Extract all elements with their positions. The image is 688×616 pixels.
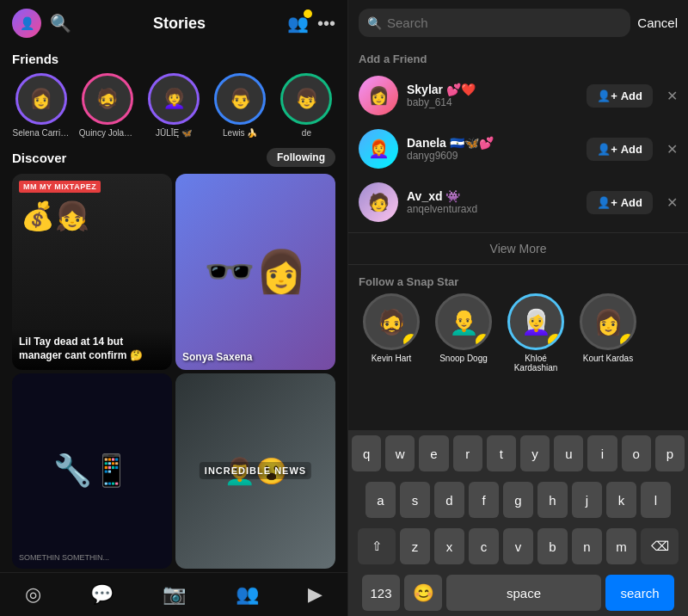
key-l[interactable]: l (641, 482, 671, 518)
suggestion-avatar: 🧑 (359, 182, 398, 222)
right-panel: 🔍 Cancel Add a Friend 👩 Skylar 💕❤️ baby_… (348, 0, 688, 616)
friends-label: Friends (12, 52, 335, 66)
shift-key[interactable]: ⇧ (358, 528, 396, 564)
friend-name: Quincy Jolae 🌶️ (79, 128, 136, 138)
add-label: Add (621, 89, 642, 102)
key-o[interactable]: o (622, 435, 651, 471)
key-m[interactable]: m (606, 528, 636, 564)
list-item[interactable]: 👨 Lewis 🍌 (212, 73, 269, 138)
search-key[interactable]: search (605, 575, 674, 611)
nav-camera-icon[interactable]: ◎ (25, 583, 41, 606)
view-more-button[interactable]: View More (348, 232, 688, 265)
search-icon: 🔍 (367, 16, 382, 30)
key-a[interactable]: a (366, 482, 396, 518)
nav-chat-icon[interactable]: 💬 (90, 583, 114, 606)
key-w[interactable]: w (385, 435, 415, 471)
list-item[interactable]: 👦 de (278, 73, 335, 138)
star-avatar: 🧔 ⭐ (363, 293, 420, 350)
discover-header: Discover Following (12, 148, 335, 167)
search-input[interactable] (387, 15, 622, 30)
key-f[interactable]: f (469, 482, 499, 518)
dismiss-button-avxd[interactable]: ✕ (666, 194, 678, 211)
snap-star-khloe[interactable]: 👩‍🦳 ⭐ Khloé Kardashian (503, 293, 568, 373)
cancel-button[interactable]: Cancel (637, 15, 678, 30)
more-options-icon[interactable]: ••• (317, 14, 335, 34)
friend-avatar: 👦 (280, 73, 332, 125)
key-c[interactable]: c (469, 528, 499, 564)
key-b[interactable]: b (538, 528, 568, 564)
dismiss-button-danela[interactable]: ✕ (666, 141, 678, 157)
snap-star-kevin[interactable]: 🧔 ⭐ Kevin Hart (359, 293, 424, 373)
friend-avatar: 👩‍🦱 (148, 73, 200, 125)
list-item[interactable]: 🧔 Quincy Jolae 🌶️ (78, 73, 136, 138)
following-badge[interactable]: Following (267, 148, 335, 167)
notification-dot (304, 9, 312, 18)
star-badge: ⭐ (476, 334, 491, 349)
add-label: Add (621, 143, 642, 156)
key-n[interactable]: n (572, 528, 602, 564)
search-icon[interactable]: 🔍 (50, 13, 71, 34)
dismiss-button-skylar[interactable]: ✕ (666, 88, 678, 104)
friend-avatar: 👨 (214, 73, 266, 125)
add-button-danela[interactable]: 👤+ Add (587, 138, 653, 161)
suggestion-info: Skylar 💕❤️ baby_614 (407, 83, 578, 108)
suggestion-info: Danela 🇸🇻🦋💕 danyg9609 (407, 136, 578, 162)
suggestion-name: Danela 🇸🇻🦋💕 (407, 136, 578, 150)
friend-name: de (302, 128, 311, 138)
card-small-text: SOMETHIN SOMETHIN... (19, 553, 109, 562)
discover-card-incredible[interactable]: 👨‍🦱😮 INCREDIBLE NEWS (175, 373, 335, 570)
nav-stories-icon[interactable]: ▶ (308, 583, 322, 606)
stories-title: Stories (71, 15, 287, 33)
add-icon: 👤+ (597, 143, 617, 156)
keyboard-row-4: 123 😊 space search (348, 570, 688, 616)
discover-card-mixtape[interactable]: MM MY MIXTAPEZ Lil Tay dead at 14 but ma… (12, 174, 172, 370)
suggestion-info: Av_xd 👾 anqelventuraxd (407, 189, 578, 215)
discover-card-sonya[interactable]: 🕶️👩 Sonya Saxena (175, 174, 335, 370)
card-image: 💰👧 (21, 200, 89, 232)
star-avatar: 👨‍🦲 ⭐ (435, 293, 492, 350)
discover-label: Discover (12, 151, 66, 165)
list-item[interactable]: 👩 Selena Carrizales... (12, 73, 70, 138)
discover-card-somethin[interactable]: 🔧📱 SOMETHIN SOMETHIN... (12, 373, 172, 570)
key-s[interactable]: s (400, 482, 430, 518)
list-item[interactable]: 👩‍🦱 JŪLĪĘ 🦋 (144, 73, 202, 138)
keyboard: q w e r t y u i o p a s d f g h j k l ⇧ … (348, 430, 688, 616)
friend-avatar: 🧔 (82, 73, 133, 125)
number-key[interactable]: 123 (362, 575, 400, 611)
user-avatar[interactable]: 👤 (12, 9, 41, 38)
key-r[interactable]: r (453, 435, 482, 471)
card-image: 🔧📱 (12, 373, 172, 570)
key-t[interactable]: t (487, 435, 516, 471)
key-k[interactable]: k (606, 482, 636, 518)
key-e[interactable]: e (419, 435, 448, 471)
suggestion-username: baby_614 (407, 96, 578, 108)
card-logo-label: MM MY MIXTAPEZ (19, 181, 101, 193)
key-g[interactable]: g (503, 482, 533, 518)
star-name: Kourt Kardas (583, 354, 633, 363)
key-h[interactable]: h (538, 482, 568, 518)
star-avatar: 👩 ⭐ (580, 293, 636, 350)
key-j[interactable]: j (572, 482, 602, 518)
key-y[interactable]: y (520, 435, 550, 471)
add-button-avxd[interactable]: 👤+ Add (587, 191, 653, 214)
emoji-key[interactable]: 😊 (404, 575, 442, 611)
key-q[interactable]: q (352, 435, 381, 471)
discover-section: Discover Following MM MY MIXTAPEZ Lil Ta… (0, 141, 347, 572)
key-z[interactable]: z (400, 528, 430, 564)
key-p[interactable]: p (655, 435, 685, 471)
search-bar[interactable]: 🔍 (359, 9, 630, 37)
add-friend-icon[interactable]: 👥 (287, 13, 309, 34)
add-button-skylar[interactable]: 👤+ Add (587, 84, 653, 108)
delete-key[interactable]: ⌫ (641, 528, 679, 564)
space-key[interactable]: space (446, 575, 601, 611)
key-u[interactable]: u (554, 435, 583, 471)
key-d[interactable]: d (434, 482, 464, 518)
key-x[interactable]: x (434, 528, 464, 564)
snap-star-snoop[interactable]: 👨‍🦲 ⭐ Snoop Dogg (431, 293, 496, 373)
friend-name: JŪLĪĘ 🦋 (156, 128, 192, 138)
nav-friends-icon[interactable]: 👥 (236, 583, 259, 606)
key-v[interactable]: v (503, 528, 533, 564)
snap-star-kourtney[interactable]: 👩 ⭐ Kourt Kardas (575, 293, 641, 373)
key-i[interactable]: i (587, 435, 617, 471)
nav-snap-icon[interactable]: 📷 (163, 583, 186, 606)
